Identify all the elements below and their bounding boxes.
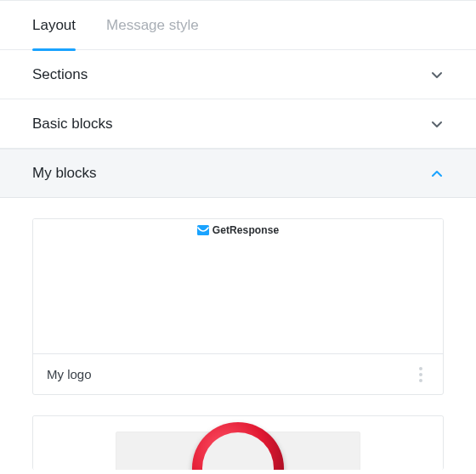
accordion-basic-blocks[interactable]: Basic blocks xyxy=(0,99,476,149)
accordion-basic-blocks-label: Basic blocks xyxy=(32,116,112,133)
envelope-icon xyxy=(197,225,209,235)
brand-text: GetResponse xyxy=(212,224,279,236)
chevron-up-icon xyxy=(430,166,444,180)
block-preview: GetResponse xyxy=(33,219,443,353)
accordion-my-blocks-label: My blocks xyxy=(32,165,97,182)
panel-tabs: Layout Message style xyxy=(0,1,476,50)
block-card[interactable] xyxy=(32,415,444,470)
product-image xyxy=(116,432,360,470)
accordion-sections-label: Sections xyxy=(32,66,88,83)
block-card[interactable]: GetResponse My logo xyxy=(32,218,444,395)
chevron-down-icon xyxy=(430,117,444,131)
block-footer: My logo xyxy=(33,353,443,394)
chevron-down-icon xyxy=(430,68,444,82)
svg-rect-0 xyxy=(197,225,209,235)
accordion-my-blocks[interactable]: My blocks xyxy=(0,149,476,198)
accordion-sections[interactable]: Sections xyxy=(0,50,476,99)
editor-right-panel: Layout Message style Sections Basic bloc… xyxy=(0,0,476,470)
tab-layout[interactable]: Layout xyxy=(32,1,76,50)
my-blocks-list: GetResponse My logo xyxy=(0,198,476,470)
block-preview xyxy=(33,416,443,470)
getresponse-logo: GetResponse xyxy=(197,224,279,236)
block-title: My logo xyxy=(47,367,92,381)
tab-message-style[interactable]: Message style xyxy=(106,1,199,50)
block-menu-button[interactable] xyxy=(412,363,429,387)
